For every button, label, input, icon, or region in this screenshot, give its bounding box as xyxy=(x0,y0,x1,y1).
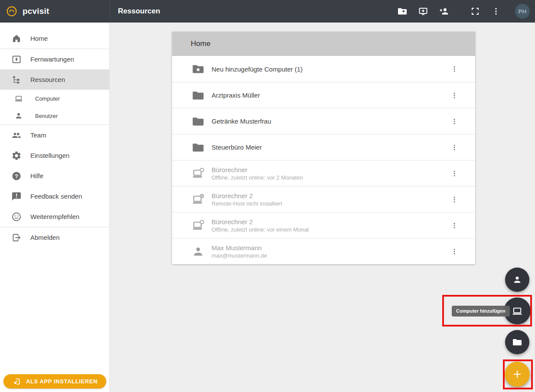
folder-star-icon xyxy=(192,62,205,75)
install-app-button[interactable]: ALS APP INSTALLIEREN xyxy=(3,374,106,389)
person-icon xyxy=(192,245,205,258)
row-title: Steuerbüro Meier xyxy=(212,144,262,151)
row-menu-button[interactable] xyxy=(448,63,460,75)
create-folder-button[interactable] xyxy=(392,3,413,20)
row-subtitle: Offline, zuletzt online: vor einem Monat xyxy=(212,226,309,233)
row-menu-button[interactable] xyxy=(448,141,460,154)
laptop-offline-icon xyxy=(192,167,205,180)
row-title: Neu hinzugefügte Computer (1) xyxy=(212,65,303,73)
logout-icon xyxy=(11,232,22,243)
sidebar-item-label: Einstellungen xyxy=(30,152,69,159)
row-title: Max Mustermann xyxy=(212,244,267,252)
brand-bar: pcvisit xyxy=(0,0,110,23)
add-computer-button[interactable] xyxy=(413,3,434,20)
row-menu-button[interactable] xyxy=(448,167,460,180)
user-avatar[interactable]: PH xyxy=(515,4,530,19)
resource-row-computer[interactable]: Bürorechner Offline, zuletzt online: vor… xyxy=(172,160,475,186)
sidebar-item-einstellungen[interactable]: Einstellungen xyxy=(0,145,109,166)
card-header: Home xyxy=(172,32,475,56)
install-app-label: ALS APP INSTALLIEREN xyxy=(26,378,98,385)
folder-icon xyxy=(192,89,205,102)
svg-text:?: ? xyxy=(15,173,18,179)
row-menu-button[interactable] xyxy=(448,89,460,101)
laptop-icon xyxy=(512,305,523,317)
sidebar-item-ressourcen[interactable]: Ressourcen xyxy=(0,69,109,90)
feedback-icon xyxy=(11,191,22,202)
row-title: Bürorechner 2 xyxy=(212,218,309,225)
folder-icon xyxy=(512,337,522,347)
sidebar-item-label: Home xyxy=(30,35,48,42)
folder-plus-icon xyxy=(397,6,408,16)
sidebar: Home Fernwartungen Ressourcen xyxy=(0,23,110,392)
sidebar-item-label: Hilfe xyxy=(30,172,43,180)
fab-add-user-button[interactable] xyxy=(505,268,529,292)
row-title: Arztpraxis Müller xyxy=(212,91,260,99)
resource-row-folder[interactable]: Steuerbüro Meier xyxy=(172,134,475,160)
folder-icon xyxy=(192,141,205,154)
sidebar-item-abmelden[interactable]: Abmelden xyxy=(0,227,109,248)
row-menu-button[interactable] xyxy=(448,219,460,232)
sidebar-item-fernwartungen[interactable]: Fernwartungen xyxy=(0,49,109,69)
gear-icon xyxy=(11,150,22,161)
resource-row-new-computers[interactable]: Neu hinzugefügte Computer (1) xyxy=(172,56,475,82)
sidebar-item-hilfe[interactable]: ? Hilfe xyxy=(0,166,109,186)
resource-row-folder[interactable]: Getränke Musterfrau xyxy=(172,108,475,134)
folder-icon xyxy=(192,115,205,128)
fullscreen-button[interactable] xyxy=(465,3,486,20)
install-app-icon xyxy=(12,377,21,386)
top-bar: Ressourcen xyxy=(110,0,535,23)
sidebar-item-label: Abmelden xyxy=(30,234,60,241)
add-user-button[interactable] xyxy=(434,3,454,20)
sidebar-item-label: Fernwartungen xyxy=(30,56,74,63)
row-title: Getränke Musterfrau xyxy=(212,118,271,125)
sidebar-item-label: Computer xyxy=(35,95,60,102)
sidebar-item-home[interactable]: Home xyxy=(0,28,109,49)
row-title: Bürorechner xyxy=(212,166,303,173)
resource-row-computer[interactable]: Bürorechner 2 Remote-Host nicht installi… xyxy=(172,186,475,212)
sidebar-item-team[interactable]: Team xyxy=(0,125,109,145)
plus-icon xyxy=(512,369,523,380)
fab-tooltip: Computer hinzufügen xyxy=(452,306,510,317)
sidebar-item-benutzer[interactable]: Benutzer xyxy=(0,107,109,124)
row-subtitle: Offline, zuletzt online: vor 2 Monaten xyxy=(212,174,303,181)
sidebar-item-label: Weiterempfehlen xyxy=(30,213,79,220)
screen-share-icon xyxy=(11,54,22,65)
laptop-icon xyxy=(14,94,23,103)
kebab-icon xyxy=(491,6,501,16)
sidebar-item-weiterempfehlen[interactable]: Weiterempfehlen xyxy=(0,206,109,227)
resource-row-folder[interactable]: Arztpraxis Müller xyxy=(172,82,475,108)
page-title: Ressourcen xyxy=(118,7,160,16)
sidebar-item-label: Feedback senden xyxy=(30,193,82,200)
person-icon xyxy=(512,274,522,285)
brand-name: pcvisit xyxy=(23,7,49,16)
resource-row-user[interactable]: Max Mustermann max@mustermann.de xyxy=(172,238,475,264)
resource-card: Home Neu hinzugefügte Computer (1) Arztp… xyxy=(172,32,475,264)
help-icon: ? xyxy=(11,171,22,181)
home-icon xyxy=(11,33,22,44)
sidebar-item-computer[interactable]: Computer xyxy=(0,90,109,107)
sidebar-item-label: Ressourcen xyxy=(30,76,65,83)
fab-add-folder-button[interactable] xyxy=(505,330,529,354)
screen-plus-icon xyxy=(418,6,428,16)
row-title: Bürorechner 2 xyxy=(212,192,282,199)
more-options-button[interactable] xyxy=(486,3,506,20)
row-menu-button[interactable] xyxy=(448,115,460,127)
resource-row-computer[interactable]: Bürorechner 2 Offline, zuletzt online: v… xyxy=(172,212,475,238)
row-menu-button[interactable] xyxy=(448,245,460,258)
tree-icon xyxy=(11,75,22,85)
sidebar-item-feedback[interactable]: Feedback senden xyxy=(0,186,109,206)
fab-add-button[interactable] xyxy=(505,362,530,387)
sidebar-item-label: Benutzer xyxy=(35,113,58,119)
group-icon xyxy=(11,130,22,140)
topbar-actions xyxy=(392,0,506,23)
pcvisit-logo-icon xyxy=(6,6,17,17)
row-menu-button[interactable] xyxy=(448,193,460,206)
card-header-title: Home xyxy=(191,39,210,48)
person-icon xyxy=(14,111,23,120)
sidebar-item-label: Team xyxy=(30,131,46,139)
laptop-offline-icon xyxy=(192,219,205,232)
fullscreen-icon xyxy=(470,6,480,16)
row-subtitle: max@mustermann.de xyxy=(212,252,267,259)
laptop-error-icon xyxy=(192,193,205,206)
person-plus-icon xyxy=(439,6,449,16)
